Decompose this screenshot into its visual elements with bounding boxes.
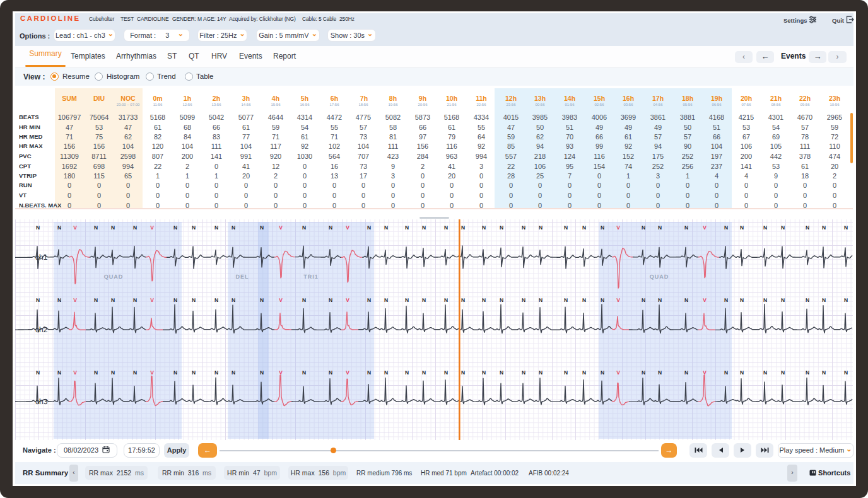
svg-text:N: N <box>214 224 218 231</box>
svg-text:N: N <box>57 369 61 376</box>
svg-text:N: N <box>601 369 604 376</box>
svg-text:N: N <box>522 297 525 303</box>
svg-text:N: N <box>36 369 40 376</box>
svg-text:N: N <box>173 224 177 231</box>
svg-text:N: N <box>133 224 137 231</box>
svg-text:N: N <box>260 369 264 376</box>
svg-text:V: V <box>150 369 154 376</box>
svg-text:N: N <box>740 297 744 303</box>
svg-text:N: N <box>763 297 767 303</box>
svg-text:N: N <box>724 369 728 376</box>
svg-text:N: N <box>844 297 848 303</box>
svg-text:N: N <box>57 224 61 231</box>
svg-text:N: N <box>806 224 809 231</box>
svg-text:N: N <box>844 369 848 376</box>
svg-text:ch2: ch2 <box>35 325 48 334</box>
svg-text:ch1: ch1 <box>35 253 48 262</box>
svg-text:N: N <box>260 224 264 231</box>
svg-text:N: N <box>422 297 426 303</box>
svg-text:N: N <box>564 297 568 303</box>
svg-text:N: N <box>658 369 662 376</box>
svg-text:N: N <box>724 224 728 231</box>
svg-text:V: V <box>346 297 349 303</box>
svg-text:N: N <box>36 297 40 303</box>
svg-text:N: N <box>806 297 809 303</box>
svg-text:N: N <box>684 297 688 303</box>
svg-text:N: N <box>601 224 604 231</box>
svg-text:N: N <box>422 369 426 376</box>
svg-text:TRI1: TRI1 <box>303 274 319 280</box>
svg-text:QUAD: QUAD <box>650 274 669 280</box>
svg-text:N: N <box>260 297 264 303</box>
svg-text:N: N <box>214 369 218 376</box>
svg-text:N: N <box>94 297 98 303</box>
svg-text:N: N <box>111 224 115 231</box>
svg-text:N: N <box>522 369 525 376</box>
svg-text:N: N <box>192 297 196 303</box>
svg-text:V: V <box>73 224 77 231</box>
svg-text:N: N <box>564 369 568 376</box>
svg-text:N: N <box>173 369 177 376</box>
svg-text:V: V <box>279 224 283 231</box>
svg-text:N: N <box>384 224 388 231</box>
svg-text:V: V <box>703 297 707 303</box>
svg-text:N: N <box>367 297 371 303</box>
svg-text:V: V <box>616 224 620 231</box>
svg-text:N: N <box>405 224 409 231</box>
svg-text:V: V <box>703 369 707 376</box>
svg-text:N: N <box>461 369 465 376</box>
svg-text:N: N <box>444 369 448 376</box>
svg-text:N: N <box>133 297 137 303</box>
svg-text:N: N <box>232 369 235 376</box>
svg-text:N: N <box>232 297 235 303</box>
svg-text:V: V <box>346 369 349 376</box>
svg-text:V: V <box>73 297 77 303</box>
svg-text:N: N <box>444 297 448 303</box>
svg-text:V: V <box>150 224 154 231</box>
svg-text:N: N <box>461 224 465 231</box>
svg-text:ch3: ch3 <box>35 397 48 406</box>
svg-text:N: N <box>642 297 645 303</box>
svg-text:N: N <box>522 224 525 231</box>
svg-text:V: V <box>616 297 620 303</box>
svg-text:N: N <box>192 224 196 231</box>
svg-text:N: N <box>658 297 662 303</box>
svg-text:V: V <box>279 297 283 303</box>
svg-text:N: N <box>94 224 98 231</box>
svg-text:N: N <box>482 369 486 376</box>
svg-text:N: N <box>684 224 688 231</box>
svg-text:N: N <box>302 224 306 231</box>
svg-text:N: N <box>822 369 826 376</box>
svg-text:N: N <box>582 224 586 231</box>
svg-text:N: N <box>133 369 137 376</box>
svg-text:N: N <box>781 297 785 303</box>
svg-text:N: N <box>232 224 235 231</box>
svg-text:N: N <box>642 224 645 231</box>
svg-text:V: V <box>616 369 620 376</box>
svg-text:N: N <box>806 369 809 376</box>
svg-text:N: N <box>173 297 177 303</box>
svg-text:N: N <box>724 297 728 303</box>
svg-text:N: N <box>500 297 503 303</box>
svg-text:N: N <box>384 369 388 376</box>
svg-text:V: V <box>73 369 77 376</box>
svg-text:N: N <box>658 224 662 231</box>
svg-text:N: N <box>461 297 465 303</box>
svg-text:N: N <box>422 224 426 231</box>
svg-text:N: N <box>763 224 767 231</box>
svg-text:N: N <box>367 224 371 231</box>
svg-text:QUAD: QUAD <box>104 274 124 280</box>
svg-text:N: N <box>763 369 767 376</box>
svg-text:N: N <box>111 297 115 303</box>
svg-text:N: N <box>582 369 586 376</box>
svg-text:N: N <box>192 369 196 376</box>
svg-text:N: N <box>214 297 218 303</box>
svg-text:N: N <box>539 297 542 303</box>
svg-text:V: V <box>346 224 349 231</box>
svg-text:N: N <box>329 224 332 231</box>
svg-text:N: N <box>781 369 785 376</box>
svg-text:V: V <box>703 224 707 231</box>
svg-text:N: N <box>367 369 371 376</box>
svg-text:N: N <box>844 224 848 231</box>
svg-text:N: N <box>539 224 542 231</box>
